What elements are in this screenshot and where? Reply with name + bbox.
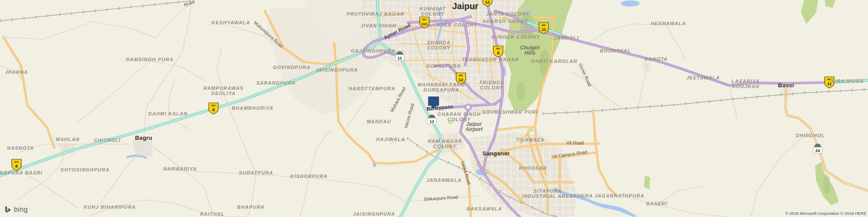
- map-label: TEGBHADUR NAGAR: [462, 57, 519, 62]
- map-label: SINGPURA BASRI: [0, 170, 43, 175]
- map-label: SHARDACOLONY: [427, 40, 451, 50]
- svg-text:8: 8: [15, 164, 17, 168]
- map-label: SOUMESHWAR PURI: [482, 109, 538, 115]
- map-label: KUNJ BIHARIPURA: [84, 204, 136, 210]
- map-label: GOPALPURA: [426, 63, 461, 69]
- svg-text:NH: NH: [828, 78, 832, 81]
- bing-logo-icon: [4, 206, 12, 214]
- svg-text:11: 11: [542, 27, 546, 32]
- map-label: Bagru: [135, 135, 152, 141]
- svg-text:NH: NH: [15, 161, 19, 163]
- map-label: SHYOSINGHPURA: [61, 167, 110, 172]
- map-label: KHERA JAGANNATHPURA: [573, 193, 644, 198]
- map-label: JANTA COLONY: [486, 11, 529, 16]
- bing-logo[interactable]: bing: [4, 206, 28, 214]
- svg-text:11C: 11C: [421, 22, 427, 26]
- map-label: JIVAN VIHAR: [361, 23, 396, 28]
- map-label: SARANGPURA: [256, 80, 296, 85]
- map-label: CHITROLI: [94, 138, 121, 143]
- svg-text:12: 12: [485, 0, 490, 4]
- svg-text:12: 12: [430, 119, 434, 124]
- svg-text:NH: NH: [542, 24, 546, 26]
- svg-text:12: 12: [398, 56, 402, 60]
- map-label: Vit Road: [566, 140, 584, 145]
- map-label: Bassi: [778, 82, 794, 89]
- map-label: NARWARIYA: [163, 166, 197, 171]
- map-label: HEERAWALA: [651, 21, 686, 26]
- svg-text:NH: NH: [212, 104, 216, 107]
- map-label: Jaipur: [452, 1, 478, 11]
- map-label: LASARIYAGOOJRAN: [731, 79, 760, 89]
- map-label: GHATI KAROLAN: [531, 59, 577, 64]
- map-label: BIRAJPURA: [832, 79, 864, 84]
- map-label: MANDAU: [367, 119, 391, 124]
- map-label: BOORTHAL: [600, 48, 631, 53]
- map-label: HAJIWALA: [376, 137, 405, 142]
- map-label: NASNOTA: [7, 145, 34, 151]
- svg-text:12: 12: [459, 77, 464, 82]
- svg-text:NH: NH: [496, 47, 500, 50]
- map-label: JaipurAirport: [465, 121, 483, 132]
- map-label: KESHYAWALA: [212, 20, 250, 25]
- map-label: FRIENDSCOLONY: [480, 80, 504, 90]
- map-label: BASERI: [646, 201, 667, 206]
- map-attribution: © 2018 Microsoft Corporation © 2018 HERE: [785, 211, 866, 216]
- map-label: GAJSINGHPURA: [351, 48, 395, 53]
- map-label: JARANWALA: [426, 178, 461, 183]
- svg-text:NH: NH: [423, 18, 427, 21]
- map-label: KISHORPURA: [290, 174, 328, 179]
- svg-text:24: 24: [815, 148, 820, 153]
- map-label: SURATPURA: [239, 170, 273, 175]
- map-label: MAHLAN: [56, 137, 80, 142]
- map-label: KUMAVATCOLONY: [420, 6, 446, 16]
- map-label: MAHARANI FARMDURGAPURA: [418, 82, 465, 92]
- map-label: TILAWAZA: [516, 137, 545, 142]
- map-canvas[interactable]: NH8NH8NH8NH11CNH12NH11NH11SH12121224 Jai…: [0, 0, 868, 217]
- map-viewport[interactable]: NH8NH8NH8NH11CNH12NH11NH11SH12121224 Jai…: [0, 0, 868, 217]
- map-label: ADARSH NAGAR: [482, 19, 528, 24]
- map-label: DHINDHOL: [796, 133, 825, 138]
- bing-logo-text: bing: [14, 206, 28, 214]
- map-label: JAISINGHPURA: [316, 67, 358, 72]
- map-label: BHAPURA: [237, 204, 264, 210]
- map-label: PRUTHVIRAJ NAGAR: [347, 11, 404, 16]
- map-label: JEETAWALA: [686, 75, 720, 80]
- map-label: RAITHAL: [200, 211, 225, 217]
- map-label: RAMSINGH PURA: [126, 57, 174, 62]
- map-label: Sanganer: [482, 150, 510, 157]
- map-label: KHOOSAR: [519, 165, 547, 171]
- map-label: KANOTA: [644, 56, 667, 62]
- map-label: RSEB COLONY: [437, 22, 477, 27]
- map-label: BAKSAWALA: [467, 206, 502, 211]
- map-label: DAHMI KALAN: [148, 111, 188, 116]
- map-label: GOVINDPURA: [273, 65, 311, 70]
- map-label: SUNDER COLONY: [491, 34, 540, 39]
- map-label: NAROTTAMPURA: [349, 86, 395, 91]
- map-label: BHAMBHORIYA: [232, 105, 273, 111]
- svg-text:8: 8: [212, 107, 214, 112]
- svg-text:NH: NH: [459, 74, 463, 77]
- map-label: JAMDOLI: [554, 35, 579, 40]
- svg-text:8: 8: [497, 50, 499, 55]
- map-label: JAISINGHPURA: [353, 211, 395, 217]
- map-label: JHARNA: [5, 69, 28, 75]
